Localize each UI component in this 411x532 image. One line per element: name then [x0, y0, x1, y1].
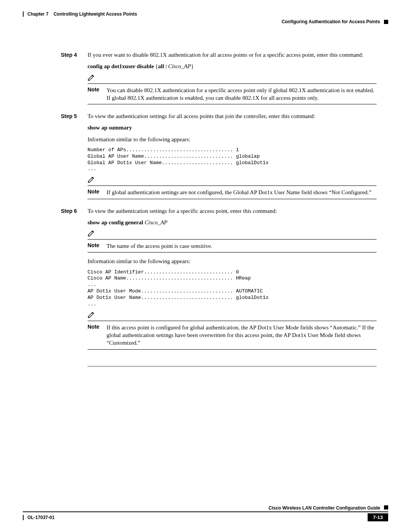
note-label: Note: [88, 324, 107, 347]
cmd-arg: Cisco_AP: [168, 63, 191, 69]
footer-square-icon: [384, 505, 388, 510]
note-text: You can disable 802.1X authentication fo…: [107, 86, 377, 102]
rule: [88, 349, 377, 350]
step-label: Step 5: [61, 112, 88, 204]
cmd-prefix: show ap config general: [88, 219, 145, 225]
section-title: Configuring Authentication for Access Po…: [282, 19, 380, 24]
doc-id: OL-17037-01: [23, 515, 54, 520]
command-line: show ap summary: [88, 124, 377, 131]
note-block: Note You can disable 802.1X authenticati…: [88, 74, 377, 105]
note-label: Note: [88, 242, 107, 250]
step-5: Step 5 To view the authentication settin…: [61, 112, 377, 204]
note-text: If this access point is configured for g…: [107, 324, 377, 347]
step-intro: If you ever want to disable 802.1X authe…: [88, 51, 377, 59]
cmd-pipe: |: [164, 63, 168, 69]
page-footer: Cisco Wireless LAN Controller Configurat…: [23, 505, 388, 521]
note-block: Note If global authentication settings a…: [88, 176, 377, 199]
step-6: Step 6 To view the authentication settin…: [61, 207, 377, 355]
step-body: To view the authentication settings for …: [88, 207, 377, 355]
step-label: Step 6: [61, 207, 88, 355]
footer-bottom: OL-17037-01 7-13: [23, 513, 388, 521]
rule: [88, 104, 377, 105]
section-end-rule: [88, 366, 377, 367]
note-row: Note If global authentication settings a…: [88, 186, 377, 198]
step-label: Step 4: [61, 51, 88, 109]
step-body: If you ever want to disable 802.1X authe…: [88, 51, 377, 109]
command-line: show ap config general Cisco_AP: [88, 219, 377, 226]
step-intro: To view the authentication settings for …: [88, 207, 377, 215]
cli-output: Cisco AP Identifier.....................…: [88, 269, 377, 308]
chapter-title: Controlling Lightweight Access Points: [54, 11, 137, 17]
pencil-icon: [88, 230, 95, 238]
note-text: The name of the access point is case sen…: [107, 242, 377, 250]
cmd-all: all: [158, 63, 164, 69]
content: Step 4 If you ever want to disable 802.1…: [61, 51, 377, 367]
footer-top: Cisco Wireless LAN Controller Configurat…: [23, 505, 388, 512]
note-label: Note: [88, 86, 107, 102]
cmd-arg: Cisco_AP: [145, 219, 167, 225]
note-text: If global authentication settings are no…: [107, 189, 377, 196]
step-body: To view the authentication settings for …: [88, 112, 377, 204]
note-block: Note The name of the access point is cas…: [88, 230, 377, 253]
brace-close: }: [191, 63, 194, 69]
command-line: config ap dot1xuser disable {all | Cisco…: [88, 62, 377, 70]
info-line: Information similar to the following app…: [88, 257, 377, 265]
note-block: Note If this access point is configured …: [88, 312, 377, 350]
step-intro: To view the authentication settings for …: [88, 112, 377, 120]
pencil-icon: [88, 74, 95, 83]
rule: [88, 199, 377, 200]
page-container: Chapter 7 Controlling Lightweight Access…: [0, 0, 411, 532]
guide-title: Cisco Wireless LAN Controller Configurat…: [269, 505, 380, 511]
info-line: Information similar to the following app…: [88, 136, 377, 143]
note-row: Note You can disable 802.1X authenticati…: [88, 84, 377, 104]
rule: [88, 252, 377, 253]
page-header: Chapter 7 Controlling Lightweight Access…: [23, 11, 388, 24]
page-number: 7-13: [368, 513, 388, 521]
note-row: Note If this access point is configured …: [88, 321, 377, 349]
note-label: Note: [88, 189, 107, 196]
chapter-label: Chapter 7: [27, 11, 48, 17]
section-heading-wrap: Configuring Authentication for Access Po…: [23, 19, 388, 24]
cmd-prefix: config ap dot1xuser disable: [88, 63, 155, 69]
pencil-icon: [88, 312, 95, 320]
cli-output: Number of APs...........................…: [88, 147, 377, 173]
chapter-heading: Chapter 7 Controlling Lightweight Access…: [23, 11, 388, 17]
pencil-icon: [88, 176, 95, 185]
note-row: Note The name of the access point is cas…: [88, 240, 377, 252]
header-square-icon: [384, 20, 388, 24]
step-4: Step 4 If you ever want to disable 802.1…: [61, 51, 377, 109]
